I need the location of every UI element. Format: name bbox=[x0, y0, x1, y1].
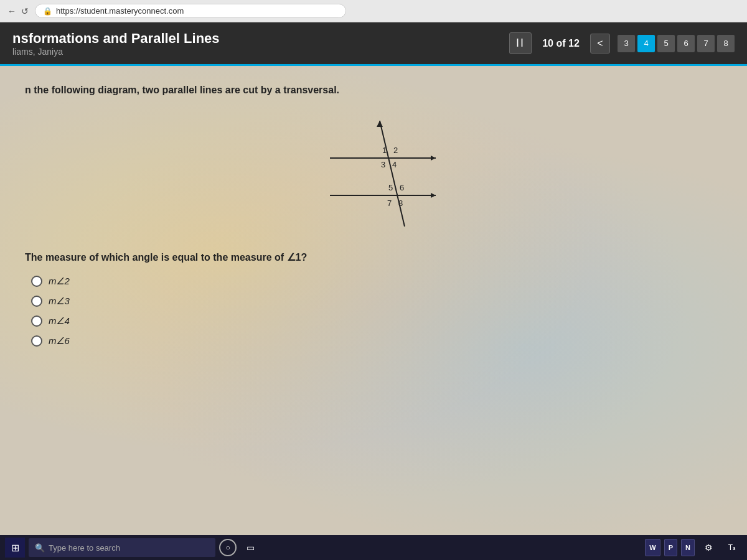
powerpoint-app[interactable]: P bbox=[664, 539, 677, 556]
question-number-7[interactable]: 7 bbox=[697, 35, 715, 52]
svg-marker-3 bbox=[431, 193, 436, 198]
question-prompt: The measure of which angle is equal to t… bbox=[25, 251, 722, 263]
search-placeholder-text: Type here to search bbox=[49, 543, 120, 553]
refresh-button[interactable]: ↺ bbox=[21, 6, 29, 16]
taskbar: ⊞ 🔍 Type here to search ○ ▭ W P N ⚙ T₃ bbox=[0, 535, 747, 560]
start-button[interactable]: ⊞ bbox=[5, 538, 25, 558]
option-opt4[interactable]: m∠6 bbox=[31, 335, 722, 347]
browser-bar: ← ↺ 🔒 https://student.masteryconnect.com bbox=[0, 0, 747, 22]
svg-text:8: 8 bbox=[398, 198, 403, 208]
question-number-4[interactable]: 4 bbox=[637, 35, 655, 52]
browser-controls: ← ↺ bbox=[7, 6, 29, 16]
option-opt2[interactable]: m∠3 bbox=[31, 296, 722, 307]
search-bar[interactable]: 🔍 Type here to search bbox=[29, 538, 215, 557]
diagram-svg: 1 2 3 4 5 6 7 8 bbox=[293, 108, 454, 233]
prev-question-button[interactable]: < bbox=[590, 34, 610, 54]
svg-text:6: 6 bbox=[400, 183, 404, 192]
option-label-opt4: m∠6 bbox=[49, 335, 70, 347]
svg-text:7: 7 bbox=[387, 198, 392, 208]
radio-opt1[interactable] bbox=[31, 276, 42, 287]
svg-text:3: 3 bbox=[381, 160, 385, 169]
option-opt1[interactable]: m∠2 bbox=[31, 276, 722, 287]
notepad-app[interactable]: N bbox=[681, 539, 695, 556]
answer-options: m∠2m∠3m∠4m∠6 bbox=[31, 276, 722, 347]
task-view-button[interactable]: ▭ bbox=[240, 538, 260, 558]
cortana-button[interactable]: ○ bbox=[219, 539, 237, 556]
option-label-opt1: m∠2 bbox=[49, 276, 70, 287]
url-text: https://student.masteryconnect.com bbox=[56, 6, 184, 16]
lock-icon: 🔒 bbox=[43, 7, 52, 16]
taskbar-right: W P N ⚙ T₃ bbox=[645, 538, 742, 558]
svg-text:5: 5 bbox=[388, 183, 393, 192]
option-label-opt2: m∠3 bbox=[49, 296, 70, 307]
header-controls: II 10 of 12 < 345678 bbox=[509, 32, 735, 54]
option-opt3[interactable]: m∠4 bbox=[31, 315, 722, 327]
radio-opt2[interactable] bbox=[31, 296, 42, 307]
address-bar[interactable]: 🔒 https://student.masteryconnect.com bbox=[35, 4, 346, 18]
svg-marker-5 bbox=[377, 121, 383, 127]
pause-button[interactable]: II bbox=[509, 32, 532, 54]
question-number-6[interactable]: 6 bbox=[677, 35, 695, 52]
diagram-area: 1 2 3 4 5 6 7 8 bbox=[25, 108, 722, 233]
question-text: n the following diagram, two parallel li… bbox=[25, 85, 722, 96]
title-area: nsformations and Parallel Lines liams, J… bbox=[12, 30, 497, 57]
app-title: nsformations and Parallel Lines bbox=[12, 30, 497, 47]
radio-opt3[interactable] bbox=[31, 315, 42, 327]
svg-text:2: 2 bbox=[393, 146, 398, 155]
word-app[interactable]: W bbox=[645, 539, 660, 556]
app-header: nsformations and Parallel Lines liams, J… bbox=[0, 22, 747, 66]
question-number-5[interactable]: 5 bbox=[657, 35, 675, 52]
search-icon: 🔍 bbox=[35, 543, 45, 553]
back-button[interactable]: ← bbox=[7, 6, 16, 16]
svg-text:4: 4 bbox=[392, 160, 397, 169]
svg-text:1: 1 bbox=[382, 146, 387, 155]
option-label-opt3: m∠4 bbox=[49, 315, 70, 327]
settings-icon[interactable]: ⚙ bbox=[698, 538, 718, 558]
question-number-8[interactable]: 8 bbox=[717, 35, 735, 52]
svg-marker-1 bbox=[431, 156, 436, 161]
main-content: n the following diagram, two parallel li… bbox=[0, 66, 747, 535]
question-number-3[interactable]: 3 bbox=[618, 35, 635, 52]
app-subtitle: liams, Janiya bbox=[12, 47, 497, 57]
question-numbers: 345678 bbox=[618, 35, 735, 52]
radio-opt4[interactable] bbox=[31, 335, 42, 347]
question-counter: 10 of 12 bbox=[539, 38, 583, 49]
notification-icon[interactable]: T₃ bbox=[722, 538, 742, 558]
svg-line-4 bbox=[380, 121, 405, 226]
